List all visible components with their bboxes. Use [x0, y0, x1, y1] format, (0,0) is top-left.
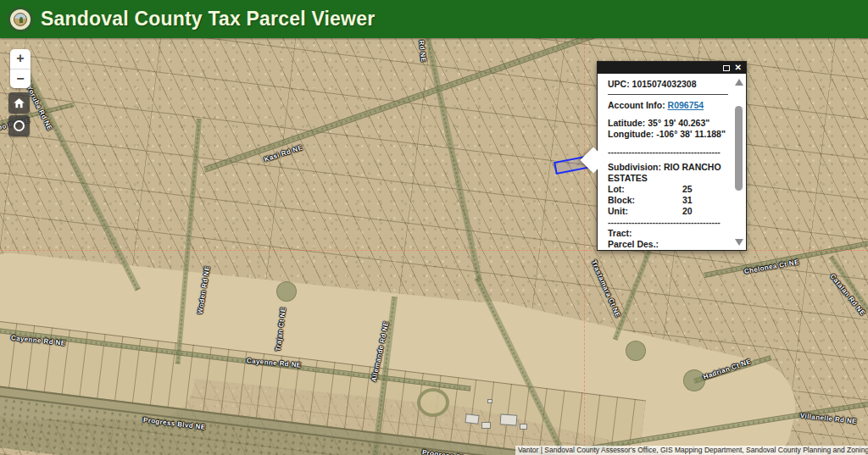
spacer	[608, 111, 733, 118]
subdivision-value: Subdivision: RIO RANCHO	[608, 162, 733, 173]
zoom-out-button[interactable]: −	[10, 69, 31, 89]
app-header: Sandoval County Tax Parcel Viewer	[0, 0, 868, 38]
section-line-vertical	[584, 38, 585, 455]
popup-content: UPC: 1015074032308 Account Info: R096754…	[608, 79, 733, 251]
close-icon[interactable]: ✕	[735, 64, 742, 72]
upc-value: UPC: 1015074032308	[608, 79, 733, 90]
popup-scrollbar	[733, 75, 744, 249]
parcel-des-label: Parcel Des.:	[608, 239, 733, 250]
block-value: 31	[682, 195, 733, 206]
latitude-value: Latitude: 35° 19' 40.263"	[608, 118, 733, 129]
scroll-down-icon[interactable]	[735, 239, 743, 246]
lot-row: Lot: 25	[608, 184, 733, 195]
locate-button[interactable]	[8, 115, 30, 136]
home-icon	[13, 97, 25, 109]
building	[500, 413, 518, 425]
map-attribution: Vantor | Sandoval County Assessor's Offi…	[515, 446, 868, 455]
lot-label: Lot:	[608, 184, 682, 195]
scrollbar-thumb[interactable]	[735, 106, 743, 191]
maximize-icon[interactable]	[723, 65, 730, 71]
dashed-divider: --------------------------------------	[608, 147, 732, 158]
building	[481, 422, 491, 429]
home-button[interactable]	[8, 92, 30, 114]
parcel-info-popup: ✕ UPC: 1015074032308 Account Info: R0967…	[597, 61, 747, 251]
building	[487, 399, 492, 403]
popup-body: UPC: 1015074032308 Account Info: R096754…	[598, 74, 746, 251]
account-info-row: Account Info: R096754	[608, 100, 733, 111]
building	[520, 424, 527, 430]
map-viewport[interactable]: Yoruba Rd NE Tabo Rd NE Kasi Rd NE Rd NE…	[0, 38, 868, 455]
zoom-control: + −	[10, 49, 31, 88]
zoom-in-button[interactable]: +	[10, 49, 31, 69]
block-label: Block:	[608, 195, 682, 206]
unit-label: Unit:	[608, 206, 682, 217]
tax-parcel-viewer-app: Yoruba Rd NE Tabo Rd NE Kasi Rd NE Rd NE…	[0, 0, 868, 455]
unit-row: Unit: 20	[608, 206, 733, 217]
culdesac-trastamara	[626, 341, 646, 361]
account-info-label: Account Info:	[608, 100, 665, 110]
attribution-text: Vantor | Sandoval County Assessor's Offi…	[515, 446, 868, 455]
culdesac-hadrian	[683, 369, 705, 391]
locate-icon	[14, 120, 25, 131]
scroll-up-icon[interactable]	[735, 79, 743, 86]
building	[465, 413, 479, 424]
spacer	[608, 250, 733, 251]
lot-value: 25	[682, 184, 733, 195]
tract-label: Tract:	[608, 228, 733, 239]
culdesac-trajan	[276, 281, 297, 302]
page-title: Sandoval County Tax Parcel Viewer	[41, 8, 375, 31]
subdivision-value-2: ESTATES	[608, 173, 733, 184]
account-info-link[interactable]: R096754	[668, 100, 704, 110]
spacer	[608, 140, 733, 147]
popup-titlebar[interactable]: ✕	[598, 62, 746, 74]
longitude-value: Longitude: -106° 38' 11.188"	[608, 129, 733, 140]
divider-rule	[608, 94, 728, 95]
dashed-divider: --------------------------------------	[608, 217, 732, 228]
unit-value: 20	[682, 206, 733, 217]
block-row: Block: 31	[608, 195, 733, 206]
sandoval-county-seal-logo	[8, 7, 33, 32]
circular-feature	[417, 388, 449, 417]
